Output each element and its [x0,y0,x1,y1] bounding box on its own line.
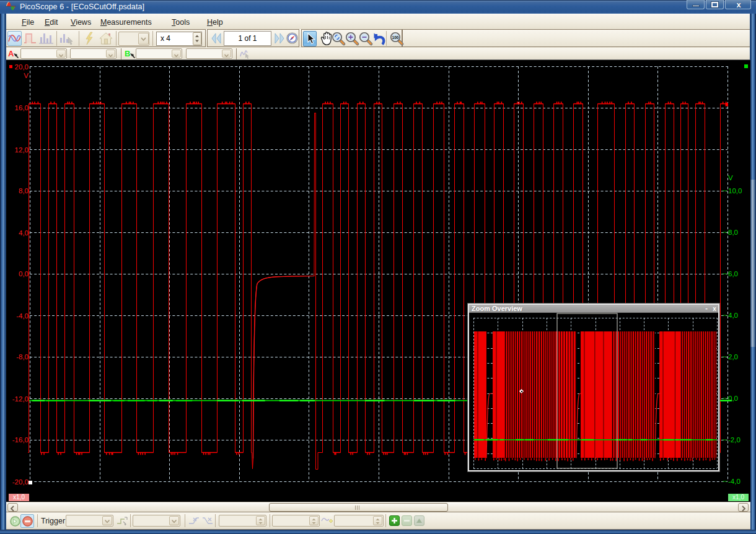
svg-text:V: V [24,72,29,79]
svg-text:-4,0: -4,0 [728,478,741,485]
svg-text:2,0: 2,0 [728,353,738,361]
svg-text:-4,0: -4,0 [16,312,29,320]
svg-text:V: V [728,174,733,182]
svg-text:12,0: 12,0 [15,146,29,154]
svg-text:-20,0: -20,0 [12,478,29,486]
svg-text:4,0: 4,0 [19,229,29,237]
svg-text:4,0: 4,0 [728,312,738,319]
svg-text:20,0: 20,0 [15,63,29,71]
svg-text:16,0: 16,0 [15,104,29,112]
svg-text:6,0: 6,0 [728,270,738,278]
svg-text:8,0: 8,0 [19,187,29,195]
svg-text:-16,0: -16,0 [12,436,29,444]
svg-text:8,0: 8,0 [728,229,738,236]
svg-text:10,0: 10,0 [728,187,742,195]
svg-text:-12,0: -12,0 [12,395,29,403]
svg-text:0,0: 0,0 [19,270,29,278]
svg-text:-2,0: -2,0 [728,436,741,444]
svg-text:-8,0: -8,0 [16,353,29,361]
